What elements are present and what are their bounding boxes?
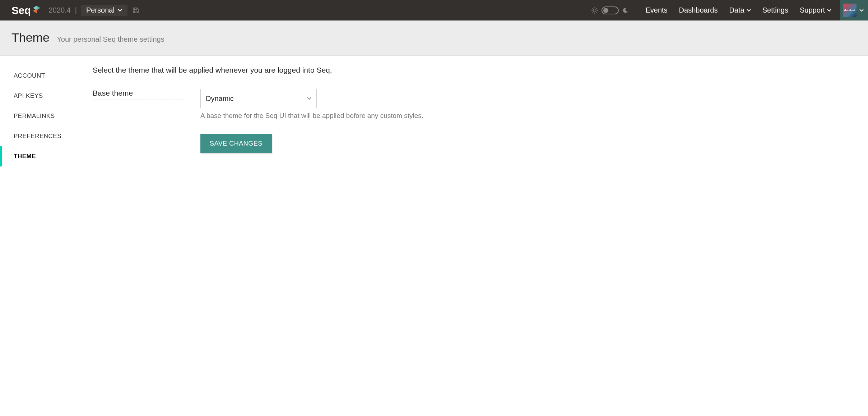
user-avatar-text: datalust: [844, 9, 855, 12]
brand-mark-icon: [33, 6, 40, 15]
chevron-down-icon: [747, 9, 751, 12]
topbar: Seq 2020: [0, 0, 868, 20]
settings-sidebar: ACCOUNT API KEYS PERMALINKS PREFERENCES …: [0, 56, 81, 178]
chevron-down-icon: [827, 9, 831, 12]
user-menu[interactable]: datalust: [840, 0, 868, 20]
moon-icon: [622, 8, 628, 13]
page-title: Theme: [11, 31, 50, 44]
content: Select the theme that will be applied wh…: [81, 56, 548, 178]
workspace-selector[interactable]: Personal: [81, 5, 127, 16]
chevron-down-icon: [117, 9, 122, 12]
svg-point-17: [593, 9, 596, 12]
page-header: Theme Your personal Seq theme settings: [0, 20, 868, 56]
nav-dashboards[interactable]: Dashboards: [679, 6, 718, 14]
nav-events-label: Events: [645, 6, 667, 14]
intro-text: Select the theme that will be applied wh…: [93, 66, 537, 74]
brand-logo[interactable]: Seq: [11, 4, 40, 17]
save-workspace-icon[interactable]: [133, 7, 139, 14]
svg-line-24: [593, 12, 593, 13]
sidebar-item-preferences[interactable]: PREFERENCES: [0, 126, 81, 146]
sidebar-item-theme[interactable]: THEME: [0, 146, 81, 166]
toggle-knob: [603, 8, 608, 13]
nav-data[interactable]: Data: [729, 6, 751, 14]
user-avatar: datalust: [843, 4, 857, 17]
nav-links: Events Dashboards Data Settings Support: [645, 6, 831, 14]
toggle-track[interactable]: [602, 6, 619, 14]
nav-support[interactable]: Support: [800, 6, 831, 14]
svg-line-25: [597, 8, 597, 9]
nav-dashboards-label: Dashboards: [679, 6, 718, 14]
page-subtitle: Your personal Seq theme settings: [57, 35, 164, 43]
base-theme-row: Base theme Dynamic A base theme for the …: [93, 89, 537, 120]
nav-data-label: Data: [729, 6, 744, 14]
sidebar-item-account[interactable]: ACCOUNT: [0, 66, 81, 86]
theme-toggle[interactable]: [591, 6, 628, 14]
save-changes-button[interactable]: SAVE CHANGES: [200, 134, 272, 153]
sidebar-item-api-keys[interactable]: API KEYS: [0, 86, 81, 106]
nav-support-label: Support: [800, 6, 825, 14]
nav-events[interactable]: Events: [645, 6, 667, 14]
base-theme-label: Base theme: [93, 89, 133, 97]
version-label: 2020.4: [49, 6, 71, 14]
brand-text: Seq: [11, 4, 31, 17]
svg-line-22: [593, 8, 593, 9]
actions-row: SAVE CHANGES: [93, 134, 537, 153]
chevron-down-icon: [307, 97, 311, 100]
nav-settings[interactable]: Settings: [762, 6, 788, 14]
svg-line-23: [597, 12, 597, 13]
divider: |: [75, 6, 77, 14]
nav-settings-label: Settings: [762, 6, 788, 14]
chevron-down-icon: [859, 9, 864, 12]
workspace-label: Personal: [86, 6, 115, 14]
base-theme-value: Dynamic: [206, 95, 234, 103]
sidebar-item-permalinks[interactable]: PERMALINKS: [0, 106, 81, 126]
base-theme-help: A base theme for the Seq UI that will be…: [200, 112, 537, 120]
sun-icon: [591, 7, 598, 14]
base-theme-select[interactable]: Dynamic: [200, 89, 317, 108]
